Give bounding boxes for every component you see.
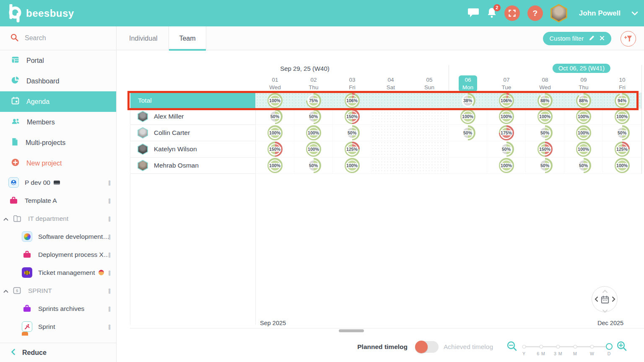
- workload-cell[interactable]: 50%: [294, 158, 333, 174]
- sidebar-project-deployment-process-x[interactable]: Deployment process X…●●●: [0, 246, 116, 264]
- project-menu-dots-icon[interactable]: ●●●: [108, 306, 111, 311]
- workload-badge[interactable]: 100%: [306, 125, 321, 140]
- workload-badge[interactable]: 125%: [345, 142, 360, 157]
- workload-badge[interactable]: 100%: [267, 158, 283, 173]
- workload-cell[interactable]: 100%: [294, 125, 333, 141]
- brand-logo[interactable]: beesbusy: [7, 4, 74, 23]
- workload-cell[interactable]: [371, 158, 410, 174]
- workload-badge[interactable]: 50%: [306, 158, 321, 173]
- chat-icon[interactable]: [467, 7, 479, 20]
- total-cell-day-02[interactable]: 75%: [294, 93, 333, 109]
- workload-badge[interactable]: 100%: [267, 93, 283, 108]
- total-cell-day-04[interactable]: [371, 93, 410, 109]
- total-cell-day-06[interactable]: 38%: [449, 93, 487, 109]
- add-filter-button[interactable]: [621, 31, 636, 47]
- workload-badge[interactable]: 100%: [460, 109, 475, 124]
- workload-badge[interactable]: 50%: [538, 125, 553, 140]
- workload-cell[interactable]: 125%: [603, 141, 641, 158]
- workload-badge[interactable]: 175%: [499, 125, 514, 140]
- workload-badge[interactable]: 88%: [576, 93, 591, 108]
- project-menu-dots-icon[interactable]: ●●●: [108, 288, 111, 293]
- workload-cell[interactable]: 100%: [487, 158, 526, 174]
- search-bar[interactable]: [0, 26, 116, 50]
- project-menu-dots-icon[interactable]: ●●●: [108, 324, 111, 329]
- project-menu-dots-icon[interactable]: ●●●: [108, 198, 111, 203]
- total-cell-day-01[interactable]: 100%: [256, 93, 294, 109]
- zoom-out-icon[interactable]: [506, 341, 517, 353]
- sidebar-item-agenda[interactable]: Agenda: [0, 91, 116, 112]
- workload-cell[interactable]: 100%: [564, 141, 603, 158]
- workload-badge[interactable]: 125%: [615, 142, 630, 157]
- custom-filter-pill[interactable]: Custom filter: [543, 32, 611, 45]
- workload-cell[interactable]: 100%: [526, 109, 564, 125]
- workload-badge[interactable]: 50%: [538, 158, 553, 173]
- workload-cell[interactable]: 50%: [526, 125, 564, 141]
- workload-cell[interactable]: 100%: [256, 158, 294, 174]
- project-menu-dots-icon[interactable]: ●●●: [108, 270, 111, 275]
- workload-cell[interactable]: 100%: [294, 141, 333, 158]
- workload-cell[interactable]: 50%: [564, 158, 603, 174]
- workload-badge[interactable]: 50%: [460, 125, 475, 140]
- workload-badge[interactable]: 150%: [267, 142, 283, 157]
- workload-badge[interactable]: 106%: [345, 93, 360, 108]
- workload-badge[interactable]: 50%: [615, 125, 630, 140]
- zoom-stop-D[interactable]: [606, 343, 613, 350]
- go-to-date-calendar-icon[interactable]: [600, 295, 610, 306]
- workload-cell[interactable]: 50%: [256, 109, 294, 125]
- workload-cell[interactable]: [410, 141, 449, 158]
- zoom-stop-W[interactable]: [590, 345, 594, 349]
- workload-badge[interactable]: 100%: [538, 109, 553, 124]
- timelog-toggle[interactable]: [415, 341, 439, 353]
- navigate-down-icon[interactable]: [602, 307, 608, 314]
- sidebar-project-sprint[interactable]: Sprint●●●: [0, 318, 116, 336]
- workload-cell[interactable]: 100%: [487, 109, 526, 125]
- navigate-right-icon[interactable]: [612, 296, 615, 303]
- zoom-stop-Y[interactable]: [522, 345, 526, 349]
- workload-cell[interactable]: 100%: [603, 158, 641, 174]
- workload-cell[interactable]: 100%: [449, 109, 487, 125]
- day-header-07[interactable]: 07Tue: [487, 75, 526, 92]
- workload-badge[interactable]: 106%: [499, 93, 514, 108]
- sidebar-collapse[interactable]: Reduce: [0, 343, 116, 362]
- day-header-06[interactable]: 06Mon: [449, 75, 487, 92]
- workload-cell[interactable]: [410, 125, 449, 141]
- workload-cell[interactable]: 150%: [526, 141, 564, 158]
- total-cell-day-08[interactable]: 88%: [526, 93, 564, 109]
- total-cell-day-10[interactable]: 94%: [603, 93, 641, 109]
- day-header-02[interactable]: 02Thu: [294, 75, 333, 92]
- sidebar-item-dashboard[interactable]: Dashboard: [0, 71, 116, 91]
- edit-filter-pencil-icon[interactable]: [589, 35, 595, 42]
- sidebar-project-software-development[interactable]: Software development…●●●: [0, 228, 116, 246]
- day-header-08[interactable]: 08Wed: [526, 75, 564, 92]
- workload-badge[interactable]: 100%: [615, 158, 630, 173]
- workload-cell[interactable]: 50%: [294, 109, 333, 125]
- workload-badge[interactable]: 100%: [615, 109, 630, 124]
- workload-cell[interactable]: 50%: [603, 125, 641, 141]
- user-avatar[interactable]: [551, 4, 567, 23]
- workload-badge[interactable]: 50%: [345, 125, 360, 140]
- user-menu-chevron-icon[interactable]: [631, 10, 638, 17]
- zoom-stop-6M[interactable]: [539, 345, 543, 349]
- workload-badge[interactable]: 100%: [576, 142, 591, 157]
- workload-badge[interactable]: 94%: [615, 93, 630, 108]
- workload-badge[interactable]: 100%: [267, 125, 283, 140]
- zoom-stop-M[interactable]: [573, 345, 577, 349]
- day-header-01[interactable]: 01Wed: [256, 75, 294, 92]
- collapse-chevron-icon[interactable]: [3, 287, 8, 295]
- zoom-slider-track[interactable]: [524, 346, 609, 347]
- workload-badge[interactable]: 150%: [538, 142, 553, 157]
- workload-cell[interactable]: 100%: [564, 109, 603, 125]
- workload-badge[interactable]: 50%: [306, 109, 321, 124]
- day-header-04[interactable]: 04Sat: [371, 75, 410, 92]
- workload-cell[interactable]: [371, 109, 410, 125]
- tab-individual[interactable]: Individual: [129, 26, 158, 50]
- sidebar-project-sprints-archives[interactable]: Sprints archives●●●: [0, 300, 116, 318]
- workload-cell[interactable]: [371, 141, 410, 158]
- sidebar-item-multi-projects[interactable]: Multi-projects: [0, 132, 116, 153]
- navigate-up-icon[interactable]: [602, 287, 608, 295]
- workload-cell[interactable]: [449, 158, 487, 174]
- workload-cell[interactable]: [410, 158, 449, 174]
- workload-cell[interactable]: 50%: [487, 141, 526, 158]
- horizontal-scrollbar-thumb[interactable]: [339, 329, 364, 332]
- member-row-mehrab-osman[interactable]: Mehrab Osman: [130, 158, 256, 174]
